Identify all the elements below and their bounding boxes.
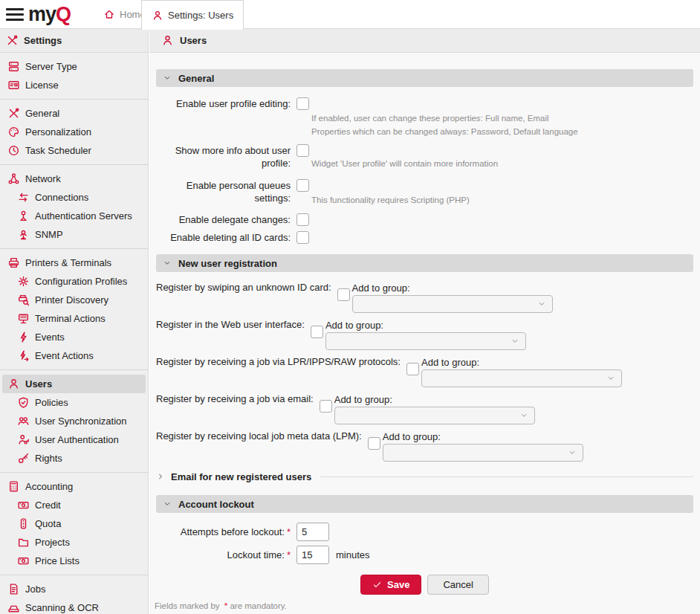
sidebar-divider (0, 472, 148, 473)
sidebar-item-general[interactable]: General (2, 104, 146, 123)
sidebar-item-configuration-profiles[interactable]: Configuration Profiles (2, 272, 146, 291)
input-suffix: minutes (336, 549, 370, 560)
checkbox-enable-delegate-changes[interactable] (296, 213, 309, 226)
sidebar-item-terminal-actions[interactable]: Terminal Actions (2, 309, 146, 328)
add-to-group-select[interactable] (383, 444, 583, 462)
sidebar-item-projects[interactable]: Projects (2, 533, 146, 552)
sidebar-item-label: Terminal Actions (35, 313, 106, 324)
settings-content: General Enable user profile editing:If e… (149, 53, 700, 614)
checkbox-register-by-receiving-local-job-meta-data-lpm[interactable] (368, 437, 380, 450)
tools-icon (7, 107, 20, 120)
attempts-before-lockout-input[interactable] (296, 523, 329, 541)
sidebar-item-label: Accounting (25, 481, 73, 492)
checkbox-enable-user-profile-editing[interactable] (296, 97, 309, 110)
sidebar-item-authentication-servers[interactable]: Authentication Servers (2, 207, 146, 225)
sidebar-item-price-lists[interactable]: Price Lists (2, 552, 146, 570)
sidebar-item-policies[interactable]: Policies (2, 393, 146, 412)
sidebar-item-credit[interactable]: Credit (2, 496, 146, 514)
divider (320, 476, 693, 477)
document-icon (7, 583, 20, 595)
checkbox-register-in-the-web-user-interface[interactable] (311, 326, 323, 338)
setting-row-enable-deleting-all-id-cards: Enable deleting all ID cards: (156, 231, 693, 244)
hamburger-menu-icon[interactable] (6, 6, 24, 22)
sidebar-item-printer-discovery[interactable]: Printer Discovery (2, 291, 146, 309)
sidebar-divider (0, 575, 148, 575)
sidebar-item-label: Rights (35, 453, 62, 464)
section-header-email-for-new-registered-users[interactable]: Email for new registered users (156, 469, 693, 484)
sidebar-divider (0, 99, 148, 100)
checkbox-enable-deleting-all-id-cards[interactable] (296, 231, 309, 244)
sidebar-item-label: Event Actions (35, 350, 94, 361)
sidebar-item-rights[interactable]: Rights (2, 449, 146, 468)
sidebar-item-label: Credit (35, 500, 61, 511)
setting-label: Enable personal queues settings: (156, 179, 291, 204)
section-header-new-user-registration[interactable]: New user registration (156, 254, 693, 272)
clock-icon (7, 144, 20, 157)
sidebar-item-scanning-ocr[interactable]: Scanning & OCR (2, 598, 146, 614)
sidebar-item-quota[interactable]: Quota (2, 514, 146, 533)
setting-label: Enable deleting all ID cards: (156, 231, 291, 244)
monitor-icon (17, 312, 30, 325)
add-to-group-select[interactable] (325, 332, 526, 350)
lockout-rows: Attempts before lockout:*Lockout time:*m… (156, 513, 693, 564)
myq-logo: myQ (28, 1, 71, 27)
add-to-group-select[interactable] (334, 407, 535, 424)
sidebar-item-label: Quota (35, 518, 61, 529)
add-to-group-select[interactable] (352, 295, 553, 313)
myq-settings-users-page: myQ Home Settings: Users Settings Server… (0, 0, 700, 614)
add-to-group-label: Add to group: (383, 430, 693, 443)
sidebar-item-label: Policies (35, 397, 68, 408)
help-text: Properties which can be changed always: … (311, 125, 693, 138)
sidebar-item-jobs[interactable]: Jobs (2, 580, 146, 598)
checkbox-enable-personal-queues-settings[interactable] (296, 179, 309, 192)
sidebar-item-label: Jobs (25, 584, 45, 595)
user-icon (152, 10, 163, 22)
sidebar-item-label: User Synchronization (35, 416, 127, 427)
sidebar-item-snmp[interactable]: SNMP (2, 225, 146, 244)
checkbox-register-by-receiving-a-job-via-lpr-ipps-raw-protocols[interactable] (406, 363, 419, 375)
sidebar-item-server-type[interactable]: Server Type (2, 57, 146, 76)
shield-check-icon (17, 396, 30, 409)
add-to-group-label: Add to group: (421, 356, 693, 369)
chevron-down-icon (606, 374, 615, 383)
sidebar-item-events[interactable]: Events (2, 328, 146, 346)
section-title-general: General (178, 73, 214, 84)
sidebar-item-users[interactable]: Users (2, 375, 146, 393)
tab-settings-users-label: Settings: Users (168, 10, 233, 21)
sidebar-item-connections[interactable]: Connections (2, 188, 146, 207)
sidebar-item-printers-terminals[interactable]: Printers & Terminals (2, 253, 146, 272)
sidebar-item-user-synchronization[interactable]: User Synchronization (2, 412, 146, 430)
tab-settings-users[interactable]: Settings: Users (141, 0, 244, 30)
cancel-button[interactable]: Cancel (427, 575, 488, 595)
section-header-general[interactable]: General (156, 69, 693, 87)
registration-rows: Register by swiping an unknown ID card:A… (156, 272, 693, 462)
sidebar-item-user-authentication[interactable]: User Authentication (2, 430, 146, 449)
setting-label: Attempts before lockout:* (156, 526, 291, 537)
sidebar-item-task-scheduler[interactable]: Task Scheduler (2, 141, 146, 160)
add-to-group-label: Add to group: (352, 282, 693, 294)
setting-label: Show more info about user profile: (156, 144, 291, 169)
lockout-time-input[interactable] (296, 546, 329, 564)
scanner-icon (7, 601, 20, 614)
sidebar-item-label: Server Type (25, 61, 77, 72)
sidebar-item-license[interactable]: License (2, 76, 146, 94)
sidebar-nav: Server TypeLicenseGeneralPersonalization… (0, 53, 148, 614)
sidebar-item-label: Scanning & OCR (25, 602, 99, 613)
save-button[interactable]: Save (360, 575, 421, 595)
sidebar-item-accounting[interactable]: Accounting (2, 477, 146, 496)
checkbox-register-by-receiving-a-job-via-email[interactable] (320, 400, 332, 413)
setting-row-enable-user-profile-editing: Enable user profile editing:If enabled, … (156, 97, 693, 138)
checkbox-register-by-swiping-an-unknown-id-card[interactable] (337, 288, 350, 301)
add-to-group-label: Add to group: (334, 393, 693, 406)
sidebar-item-event-actions[interactable]: Event Actions (2, 346, 146, 365)
add-to-group-select[interactable] (421, 369, 622, 387)
section-header-account-lockout[interactable]: Account lockout (156, 495, 693, 513)
sidebar-item-personalization[interactable]: Personalization (2, 123, 146, 141)
setting-label: Enable user profile editing: (156, 97, 291, 110)
sidebar-item-network[interactable]: Network (2, 169, 146, 188)
checkbox-show-more-info-about-user-profile[interactable] (296, 144, 309, 157)
setting-label: Enable delegate changes: (156, 213, 291, 226)
sidebar-item-label: Task Scheduler (25, 145, 91, 156)
cancel-button-label: Cancel (443, 579, 473, 590)
arrows-icon (17, 191, 30, 204)
